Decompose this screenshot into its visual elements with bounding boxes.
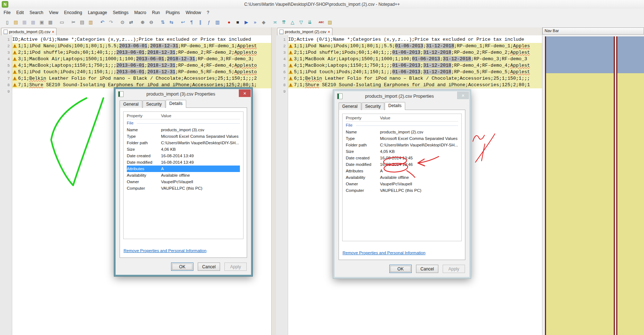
tab-security[interactable]: Security: [143, 100, 165, 108]
cancel-button[interactable]: Cancel: [198, 263, 220, 271]
dialog-title: products_import (3).csv Properties: [126, 92, 235, 97]
property-row-date-created[interactable]: Date created16-08-2014 13:45: [346, 155, 458, 161]
property-row-computer[interactable]: ComputerVAUPELLPC (this PC): [346, 187, 458, 194]
document-map-icon[interactable]: ▥: [214, 18, 222, 26]
property-row-attributes[interactable]: AttributesA: [127, 166, 240, 172]
gutter-left[interactable]: 123456789: [0, 35, 12, 335]
close-file-icon[interactable]: ▣: [38, 18, 46, 26]
changed-line-warning-icon: [12, 75, 18, 82]
tab-products-import-3[interactable]: products_import (3).csv ×: [1, 28, 57, 35]
tab-general[interactable]: General: [120, 100, 142, 108]
property-row-size[interactable]: Size4,06 KB: [127, 146, 240, 153]
zoom-in-icon[interactable]: ⊕: [139, 18, 147, 26]
dialog-tabs: General Security Details: [339, 102, 406, 110]
play-macro-icon[interactable]: ▶: [242, 18, 250, 26]
compare-next-icon[interactable]: ▽: [297, 18, 305, 26]
menu-encoding[interactable]: Encoding: [61, 9, 85, 16]
menu-view[interactable]: View: [46, 9, 61, 16]
nav-map-right-file[interactable]: [616, 36, 644, 335]
line-number: 1: [0, 36, 10, 43]
tab-security[interactable]: Security: [362, 102, 384, 110]
tab-close-icon[interactable]: ×: [52, 30, 54, 34]
tab-details[interactable]: Details: [385, 102, 405, 110]
save-all-icon[interactable]: ▩: [29, 18, 37, 26]
paste-icon[interactable]: ▥: [87, 18, 95, 26]
tab-close-icon[interactable]: ×: [328, 30, 330, 34]
property-row-availability[interactable]: AvailabilityAvailable offline: [346, 174, 458, 181]
property-row-folder-path[interactable]: Folder pathC:\Users\Martin Vaupell\Deskt…: [127, 140, 240, 146]
ok-button[interactable]: OK: [171, 263, 193, 271]
menu-help[interactable]: ?: [204, 9, 212, 16]
compare-icon[interactable]: ≍: [271, 18, 279, 26]
tab-general[interactable]: General: [339, 102, 361, 110]
property-row-date-created[interactable]: Date created16-08-2014 13:49: [127, 153, 240, 159]
find-icon[interactable]: ⊙: [118, 18, 126, 26]
sync-horizontal-scroll-icon[interactable]: ⇆: [167, 18, 175, 26]
word-wrap-icon[interactable]: ↩: [179, 18, 187, 26]
function-list-icon[interactable]: ƒ: [205, 18, 213, 26]
zoom-out-icon[interactable]: ⊖: [147, 18, 155, 26]
open-file-icon[interactable]: ▤: [12, 18, 20, 26]
dialog-title-bar[interactable]: products_import (3).csv Properties ×: [116, 89, 251, 99]
cut-icon[interactable]: ✂: [70, 18, 77, 26]
tab-details[interactable]: Details: [166, 100, 186, 108]
property-row-date-modified[interactable]: Date modified16-08-2014 13:46: [346, 161, 458, 168]
close-all-icon[interactable]: ▩: [46, 18, 54, 26]
property-row-availability[interactable]: AvailabilityAvailable offline: [127, 172, 240, 178]
sync-vertical-scroll-icon[interactable]: ⇅: [159, 18, 167, 26]
redo-icon[interactable]: ↷: [107, 18, 115, 26]
show-all-characters-icon[interactable]: ¶: [188, 18, 196, 26]
menu-window[interactable]: Window: [183, 9, 204, 16]
menu-edit[interactable]: Edit: [13, 9, 27, 16]
csv-file-icon: [337, 93, 343, 99]
property-row-owner[interactable]: OwnerVaupelPc\Vaupell: [127, 178, 240, 185]
indent-guide-icon[interactable]: ∥: [196, 18, 204, 26]
property-row-size[interactable]: Size4,05 KB: [346, 148, 458, 155]
spell-check-icon[interactable]: ABC: [317, 18, 325, 26]
ok-button[interactable]: OK: [389, 265, 412, 273]
notepadpp-icon[interactable]: N: [2, 1, 8, 8]
close-icon[interactable]: ×: [239, 89, 251, 97]
new-file-icon[interactable]: ▯: [3, 18, 11, 26]
close-icon[interactable]: ×: [457, 92, 469, 99]
compare-first-icon[interactable]: ⇈: [280, 18, 288, 26]
property-row-folder-path[interactable]: Folder pathC:\Users\Martin Vaupell\Deskt…: [346, 142, 458, 148]
column-property: Property: [346, 116, 380, 120]
nav-map-left-file[interactable]: [545, 36, 615, 335]
property-row-computer[interactable]: ComputerVAUPELLPC (this PC): [127, 185, 240, 191]
property-row-type[interactable]: TypeMicrosoft Excel Comma Separated Valu…: [346, 135, 458, 142]
run-macro-multiple-icon[interactable]: »: [251, 18, 259, 26]
menu-file[interactable]: File: [1, 9, 13, 16]
print-icon[interactable]: ▭: [58, 18, 66, 26]
cancel-button[interactable]: Cancel: [416, 265, 438, 273]
property-row-owner[interactable]: OwnerVaupelPc\Vaupell: [346, 181, 458, 187]
copy-icon[interactable]: ▤: [78, 18, 86, 26]
compare-last-icon[interactable]: ⇊: [306, 18, 314, 26]
save-macro-icon[interactable]: ◆: [260, 18, 268, 26]
menu-run[interactable]: Run: [149, 9, 163, 16]
property-row-name[interactable]: Nameproducts_import (2).csv: [346, 129, 458, 135]
remove-properties-link[interactable]: Remove Properties and Personal Informati…: [124, 248, 206, 253]
property-row-name[interactable]: Nameproducts_import (3).csv: [127, 127, 240, 133]
record-macro-icon[interactable]: ●: [225, 18, 233, 26]
details-tab-page: Property Value File Nameproducts_import …: [339, 110, 465, 260]
undo-icon[interactable]: ↶: [98, 18, 106, 26]
stop-macro-icon[interactable]: ■: [234, 18, 242, 26]
menu-language[interactable]: Language: [85, 9, 110, 16]
line-number: 7: [0, 75, 10, 82]
gutter-right[interactable]: 123456789: [276, 35, 288, 335]
menu-search[interactable]: Search: [27, 9, 46, 16]
replace-icon[interactable]: ⇄: [127, 18, 135, 26]
menu-plugins[interactable]: Plugins: [163, 9, 183, 16]
dialog-title-bar[interactable]: products_import (2).csv Properties ×: [335, 91, 469, 101]
property-row-attributes[interactable]: AttributesA: [346, 168, 458, 174]
menu-settings[interactable]: Settings: [110, 9, 131, 16]
nav-bar-toggle-icon[interactable]: ▨: [326, 18, 334, 26]
compare-prev-icon[interactable]: △: [289, 18, 296, 26]
property-row-type[interactable]: TypeMicrosoft Excel Comma Separated Valu…: [127, 133, 240, 140]
tab-products-import-2[interactable]: products_import (2).csv ×: [277, 28, 332, 35]
save-file-icon[interactable]: ▦: [21, 18, 28, 26]
menu-macro[interactable]: Macro: [131, 9, 149, 16]
remove-properties-link[interactable]: Remove Properties and Personal Informati…: [343, 251, 425, 255]
property-row-date-modified[interactable]: Date modified16-08-2014 13:49: [127, 159, 240, 166]
